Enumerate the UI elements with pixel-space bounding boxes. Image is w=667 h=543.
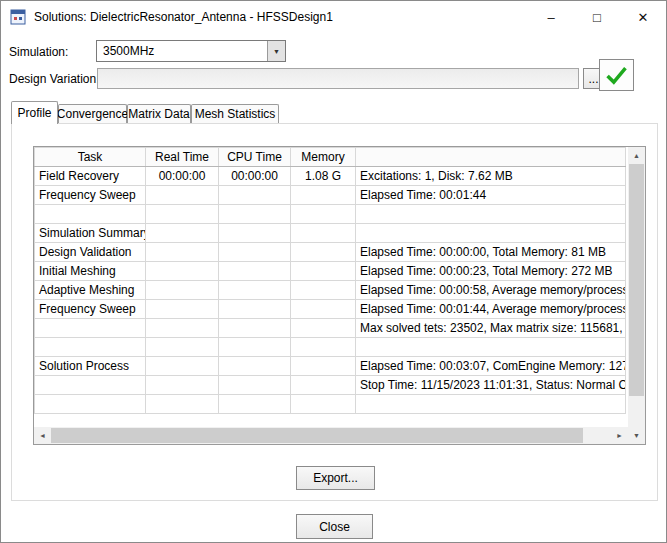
table-cell: Elapsed Time: 00:00:58, Average memory/p… [356,281,626,300]
table-cell [291,205,356,224]
table-cell: Elapsed Time: 00:01:44, Average memory/p… [356,300,626,319]
table-cell [35,395,146,414]
tab-convergence[interactable]: Convergence [58,104,127,123]
table-cell [291,357,356,376]
column-header[interactable]: CPU Time [219,148,291,167]
table-cell [356,338,626,357]
simulation-label: Simulation: [9,45,68,59]
table-cell: 00:00:00 [219,167,291,186]
window-controls: – □ ✕ [528,1,666,33]
table-cell [291,395,356,414]
table-row[interactable]: Field Recovery00:00:0000:00:001.08 GExci… [35,167,626,186]
table-row[interactable]: Adaptive MeshingElapsed Time: 00:00:58, … [35,281,626,300]
table-cell [291,262,356,281]
window-title: Solutions: DielectricResonator_Antenna -… [34,10,333,24]
table-cell [146,395,219,414]
horizontal-scrollbar[interactable]: ◄ ► [34,427,628,444]
simulation-dropdown[interactable]: 3500MHz ▼ [96,40,286,62]
table-cell [35,338,146,357]
tab-matrix-data[interactable]: Matrix Data [127,104,191,123]
table-row[interactable]: Max solved tets: 23502, Max matrix size:… [35,319,626,338]
scroll-right-icon[interactable]: ► [611,427,628,444]
table-cell [35,205,146,224]
table-cell [356,395,626,414]
table-row[interactable]: Initial MeshingElapsed Time: 00:00:23, T… [35,262,626,281]
table-cell [219,243,291,262]
table-cell [146,300,219,319]
simulation-selected-value: 3500MHz [97,44,267,58]
table-cell [146,338,219,357]
apply-check-button[interactable] [599,59,634,91]
table-cell [146,357,219,376]
tab-profile[interactable]: Profile [11,101,58,124]
table-cell [146,319,219,338]
table-cell [219,205,291,224]
titlebar: Solutions: DielectricResonator_Antenna -… [1,1,666,33]
vertical-scroll-thumb[interactable] [629,164,644,396]
table-cell [291,186,356,205]
table-cell [146,376,219,395]
table-cell [291,376,356,395]
export-button[interactable]: Export... [296,466,375,490]
table-cell: Excitations: 1, Disk: 7.62 MB [356,167,626,186]
table-row[interactable]: Frequency SweepElapsed Time: 00:01:44 [35,186,626,205]
table-cell: Max solved tets: 23502, Max matrix size:… [356,319,626,338]
table-cell [291,300,356,319]
minimize-button[interactable]: – [528,1,574,33]
tab-label: Profile [18,106,52,120]
scroll-down-icon[interactable]: ▼ [628,427,645,444]
table-header-row: TaskReal TimeCPU TimeMemory [35,148,626,167]
table-row[interactable]: Stop Time: 11/15/2023 11:01:31, Status: … [35,376,626,395]
design-variation-field[interactable] [97,68,579,89]
close-button[interactable]: ✕ [620,1,666,33]
chevron-down-icon[interactable]: ▼ [267,41,285,61]
table-cell [291,281,356,300]
table-cell: Design Validation [35,243,146,262]
grid-viewport: TaskReal TimeCPU TimeMemory Field Recove… [34,147,628,427]
table-cell [219,186,291,205]
table-cell [146,186,219,205]
scroll-up-icon[interactable]: ▲ [628,147,645,164]
table-cell [291,243,356,262]
table-cell [35,376,146,395]
table-cell [146,262,219,281]
table-cell: Elapsed Time: 00:00:23, Total Memory: 27… [356,262,626,281]
table-row[interactable]: Design ValidationElapsed Time: 00:00:00,… [35,243,626,262]
table-cell [219,338,291,357]
scroll-left-icon[interactable]: ◄ [34,427,51,444]
check-icon [606,64,627,87]
table-cell [291,338,356,357]
table-row[interactable]: Simulation Summary [35,224,626,243]
window-icon [10,9,26,25]
profile-grid: TaskReal TimeCPU TimeMemory Field Recove… [33,146,646,445]
close-dialog-button[interactable]: Close [296,514,373,539]
column-header[interactable]: Real Time [146,148,219,167]
table-cell: 00:00:00 [146,167,219,186]
table-cell: Field Recovery [35,167,146,186]
table-row[interactable] [35,395,626,414]
table-cell: Elapsed Time: 00:03:07, ComEngine Memory… [356,357,626,376]
vertical-scrollbar[interactable]: ▲ ▼ [628,147,645,444]
table-row[interactable] [35,205,626,224]
column-header[interactable]: Task [35,148,146,167]
table-cell [146,205,219,224]
tab-mesh-statistics[interactable]: Mesh Statistics [191,104,279,123]
table-cell [356,205,626,224]
table-cell: Initial Meshing [35,262,146,281]
table-cell [219,319,291,338]
table-cell [219,357,291,376]
table-cell [219,300,291,319]
table-cell: Frequency Sweep [35,186,146,205]
table-row[interactable] [35,338,626,357]
table-cell: Stop Time: 11/15/2023 11:01:31, Status: … [356,376,626,395]
solutions-dialog: Solutions: DielectricResonator_Antenna -… [0,0,667,543]
table-cell: Elapsed Time: 00:00:00, Total Memory: 81… [356,243,626,262]
table-cell: Adaptive Meshing [35,281,146,300]
column-header[interactable] [356,148,626,167]
column-header[interactable]: Memory [291,148,356,167]
table-cell: 1.08 G [291,167,356,186]
maximize-button[interactable]: □ [574,1,620,33]
table-row[interactable]: Solution ProcessElapsed Time: 00:03:07, … [35,357,626,376]
table-row[interactable]: Frequency SweepElapsed Time: 00:01:44, A… [35,300,626,319]
horizontal-scroll-thumb[interactable] [51,428,583,443]
